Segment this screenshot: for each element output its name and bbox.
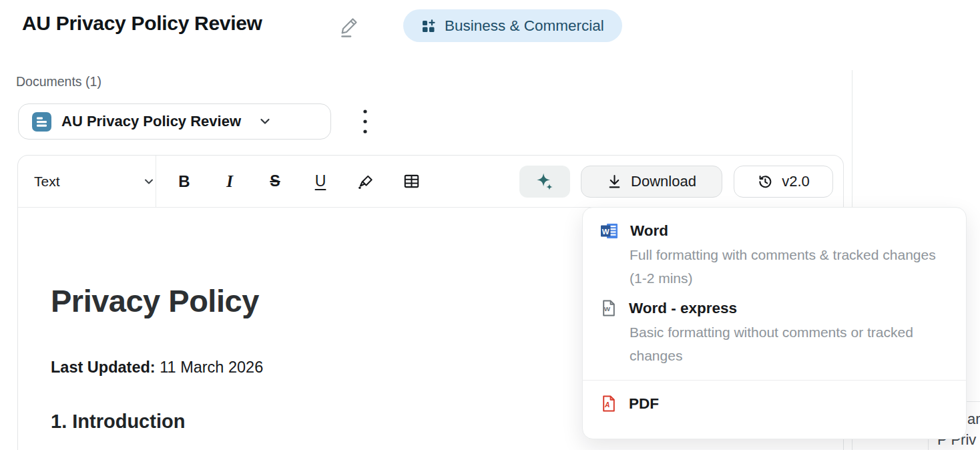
document-section-heading[interactable]: 1. Introduction — [51, 411, 185, 433]
ai-assistant-button[interactable] — [519, 166, 570, 198]
pdf-icon: A — [600, 395, 618, 413]
editor-toolbar: Text B I S U — [18, 156, 843, 208]
version-history-button[interactable]: v2.0 — [734, 166, 833, 198]
pencil-icon — [338, 15, 360, 39]
menu-item-word[interactable]: W Word Full formatting with comments & t… — [583, 220, 966, 296]
sparkle-icon — [535, 172, 555, 192]
strikethrough-button[interactable]: S — [262, 168, 288, 195]
svg-text:W: W — [604, 305, 611, 312]
last-updated-label: Last Updated: — [51, 359, 156, 376]
menu-item-word-express-description: Basic formatting without comments or tra… — [630, 320, 938, 367]
history-icon — [757, 174, 773, 190]
documents-count-label: Documents (1) — [16, 74, 101, 89]
category-plus-icon — [421, 19, 436, 33]
svg-text:A: A — [604, 401, 610, 409]
version-label: v2.0 — [782, 173, 810, 190]
kebab-menu-icon — [362, 108, 368, 135]
download-icon — [607, 174, 622, 189]
page-title: AU Privacy Policy Review — [22, 12, 262, 35]
highlighter-button[interactable] — [352, 168, 379, 195]
bold-button[interactable]: B — [171, 168, 198, 195]
document-selector-label: AU Privacy Policy Review — [61, 113, 241, 130]
document-more-options-button[interactable] — [356, 107, 375, 136]
svg-text:W: W — [602, 228, 609, 236]
chevron-down-icon — [258, 114, 272, 129]
menu-item-word-label: Word — [630, 222, 668, 240]
document-heading[interactable]: Privacy Policy — [51, 282, 259, 319]
italic-icon: I — [226, 172, 233, 191]
document-icon — [32, 112, 51, 132]
chevron-down-icon — [142, 175, 156, 188]
menu-item-pdf[interactable]: A PDF — [583, 381, 966, 427]
category-badge-label: Business & Commercial — [445, 17, 604, 35]
download-menu: W Word Full formatting with comments & t… — [582, 207, 967, 439]
italic-button[interactable]: I — [216, 168, 243, 195]
category-badge[interactable]: Business & Commercial — [403, 9, 622, 42]
menu-item-word-express[interactable]: W Word - express Basic formatting withou… — [583, 296, 966, 374]
download-button[interactable]: Download — [581, 166, 722, 198]
menu-item-word-description: Full formatting with comments & tracked … — [630, 243, 938, 290]
document-selector[interactable]: AU Privacy Policy Review — [18, 103, 331, 140]
edit-title-button[interactable] — [337, 15, 361, 39]
right-panel-clipped-text: ar — [967, 411, 980, 428]
bold-icon: B — [178, 172, 190, 191]
document-last-updated[interactable]: Last Updated: 11 March 2026 — [51, 359, 263, 377]
word-icon: W — [600, 222, 619, 240]
text-style-label: Text — [34, 174, 60, 190]
table-icon — [403, 172, 421, 190]
underline-button[interactable]: U — [307, 168, 334, 195]
menu-item-pdf-label: PDF — [629, 395, 659, 413]
download-button-label: Download — [631, 173, 696, 190]
table-button[interactable] — [398, 168, 425, 195]
word-outline-icon: W — [600, 299, 618, 317]
text-style-selector[interactable]: Text — [34, 156, 156, 208]
underline-icon: U — [315, 172, 326, 190]
highlighter-icon — [357, 173, 375, 190]
menu-item-word-express-label: Word - express — [629, 300, 737, 317]
toolbar-divider — [156, 156, 156, 208]
strikethrough-icon: S — [270, 172, 280, 190]
last-updated-value: 11 March 2026 — [160, 359, 263, 376]
